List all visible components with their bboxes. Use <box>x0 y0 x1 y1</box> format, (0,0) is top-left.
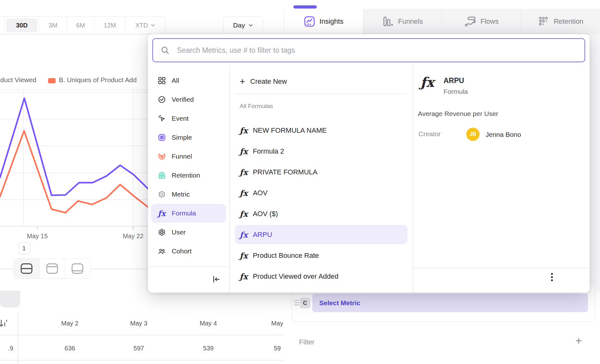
granularity-dropdown[interactable]: Day <box>223 16 263 34</box>
insights-icon <box>304 16 315 27</box>
col-header-may3[interactable]: May 3 <box>130 320 147 327</box>
category-all[interactable]: All <box>148 71 229 90</box>
formula-item[interactable]: ƒxFormula 2 <box>229 142 413 161</box>
filter-section-label: Filter <box>299 338 315 346</box>
row-leading-value: .9 <box>0 345 13 352</box>
fx-icon: ƒx <box>240 168 248 177</box>
cohort-people-icon <box>157 247 166 256</box>
category-verified[interactable]: Verified <box>148 90 229 109</box>
chevron-down-icon <box>150 23 156 28</box>
fx-icon: ƒx <box>240 230 248 240</box>
time-range-3m[interactable]: 3M <box>39 17 67 34</box>
tab-flows-label: Flows <box>481 17 499 26</box>
report-tabbar: Insights Funnels Flows Retention <box>284 9 600 34</box>
formula-item-arpu-selected[interactable]: ƒxARPU <box>229 225 413 245</box>
legend-series-a[interactable]: duct Viewed <box>0 76 36 84</box>
chevron-down-icon <box>248 23 253 28</box>
layout-bottom-panel-icon <box>71 263 84 275</box>
formula-item[interactable]: ƒxNEW FORMULA NAME <box>229 121 413 140</box>
detail-title: ARPU <box>444 76 464 85</box>
detail-footer-divider <box>413 268 590 268</box>
funnels-icon <box>382 16 394 27</box>
cell-value: 539 <box>203 345 213 352</box>
fx-icon: ƒx <box>240 251 248 260</box>
hexagon-metric-icon <box>157 190 166 199</box>
fx-icon: ƒx <box>240 126 248 135</box>
x-tick-may22: May 22 <box>123 233 144 240</box>
x-tick-may15: May 15 <box>27 233 48 240</box>
category-user[interactable]: User <box>148 223 229 242</box>
detail-description: Average Revenue per User <box>418 110 498 118</box>
layout-bottom-panel-button[interactable] <box>64 259 90 278</box>
select-metric-label: Select Metric <box>319 299 360 307</box>
time-range-30d[interactable]: 30D <box>4 17 39 34</box>
formula-item[interactable]: ƒxAOV <box>229 183 413 203</box>
add-filter-button[interactable]: + <box>575 334 582 348</box>
formula-fx-icon: ƒx <box>157 209 166 218</box>
category-event[interactable]: Event <box>148 109 229 128</box>
retention-metric-icon <box>157 171 166 180</box>
category-retention[interactable]: Retention <box>148 166 229 185</box>
cell-value: 597 <box>133 345 144 352</box>
formula-item[interactable]: ƒxPRIVATE FORMULA <box>229 162 413 182</box>
retention-icon <box>538 16 549 27</box>
tab-funnels[interactable]: Funnels <box>363 9 442 34</box>
metric-picker-modal: All Verified Event Simple Funnel Retenti… <box>148 34 590 293</box>
legend-swatch-b <box>48 78 56 83</box>
sidebar-footer-divider <box>148 266 229 267</box>
time-range-6m[interactable]: 6M <box>67 17 94 34</box>
create-new-button[interactable]: + Create New <box>229 72 413 91</box>
fx-icon: ƒx <box>240 189 248 198</box>
category-funnel[interactable]: Funnel <box>148 147 229 166</box>
search-input[interactable] <box>176 46 585 55</box>
fx-icon: ƒx <box>240 147 248 156</box>
creator-name: Jenna Bono <box>486 131 521 138</box>
drag-handle-icon[interactable] <box>293 299 300 306</box>
line-chart[interactable] <box>0 89 149 240</box>
tab-flows[interactable]: Flows <box>442 9 521 34</box>
category-formula[interactable]: ƒx Formula <box>151 204 226 223</box>
fx-icon: ƒx <box>240 209 248 219</box>
select-metric-button[interactable]: Select Metric <box>312 294 588 312</box>
table-divider <box>0 360 283 361</box>
cell-value: 59 <box>274 345 281 352</box>
layout-split-rows-icon <box>20 263 33 275</box>
tab-retention[interactable]: Retention <box>521 9 600 34</box>
grid-icon <box>157 76 166 85</box>
category-simple[interactable]: Simple <box>148 128 229 147</box>
col-header-may2[interactable]: May 2 <box>61 320 78 327</box>
fx-icon: ƒx <box>240 272 248 281</box>
formula-item[interactable]: ƒxAOV ($) <box>229 204 413 224</box>
create-new-label: Create New <box>250 77 287 86</box>
flows-icon <box>465 16 476 27</box>
verified-badge-icon <box>157 95 166 104</box>
time-range-30d-label: 30D <box>6 18 37 32</box>
chart-type-indicator <box>293 5 317 9</box>
layout-split-rows-button[interactable] <box>14 259 39 278</box>
legend-series-b[interactable]: B. Uniques of Product Add <box>59 76 137 84</box>
tab-insights[interactable]: Insights <box>284 9 363 34</box>
collapsed-panel-handle[interactable] <box>0 291 20 307</box>
detail-type: Formula <box>444 88 468 95</box>
click-cursor-icon <box>157 114 166 123</box>
time-range-12m[interactable]: 12M <box>94 17 125 34</box>
time-range-partial[interactable] <box>0 17 4 34</box>
collapse-sidebar-icon[interactable] <box>212 275 221 284</box>
col-header-may4[interactable]: May 4 <box>200 320 217 327</box>
pagination-page-button[interactable]: 1 <box>18 242 30 254</box>
metric-letter-badge: C <box>300 298 310 308</box>
time-range-xtd[interactable]: XTD <box>125 17 165 34</box>
time-range-control: 30D 3M 6M 12M XTD <box>0 16 166 34</box>
more-options-button[interactable] <box>549 272 555 282</box>
cell-value: 636 <box>64 345 75 352</box>
col-header-may5[interactable]: May <box>271 320 283 327</box>
sort-icon[interactable] <box>0 318 9 329</box>
column-divider <box>413 66 413 293</box>
formula-item[interactable]: ƒxProduct Bounce Rate <box>229 246 413 265</box>
layout-top-panel-button[interactable] <box>39 259 64 278</box>
formula-item[interactable]: ƒxProduct Viewed over Added <box>229 267 413 286</box>
table-col-border <box>18 313 18 364</box>
category-metric[interactable]: Metric <box>148 185 229 204</box>
category-cohort[interactable]: Cohort <box>148 242 229 261</box>
formula-section-title: All Formulas <box>240 103 273 110</box>
